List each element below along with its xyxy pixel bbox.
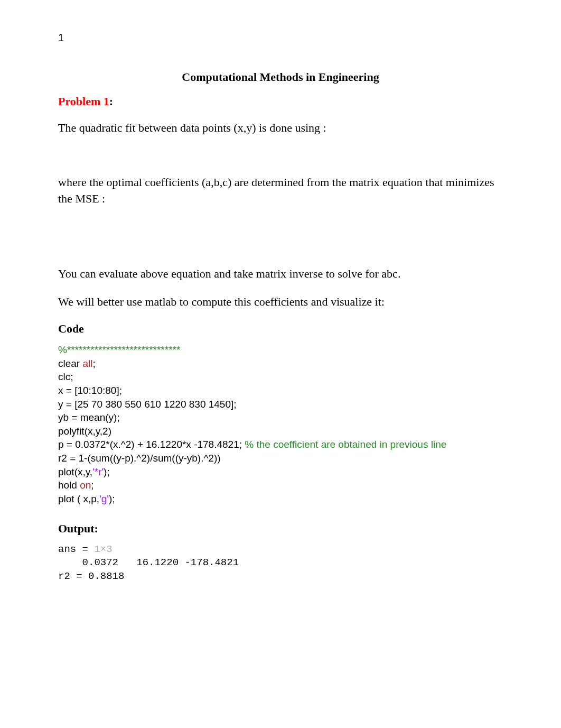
page-title: Computational Methods in Engineering <box>58 70 503 84</box>
page-number: 1 <box>58 32 503 44</box>
equation-placeholder-2 <box>58 218 503 266</box>
problem-label-red: Problem 1 <box>58 95 109 108</box>
code-comment: % the coefficient are obtained in previo… <box>245 439 446 450</box>
code-heading: Code <box>58 322 503 336</box>
code-block: %***************************** clear all… <box>58 343 503 506</box>
output-heading: Output: <box>58 522 503 536</box>
code-line: yb = mean(y); <box>58 412 120 423</box>
problem-label-colon: : <box>109 95 113 108</box>
paragraph-4: We will better use matlab to compute thi… <box>58 294 503 310</box>
output-line: r2 = 0.8818 <box>58 570 124 582</box>
code-line: x = [10:10:80]; <box>58 385 122 396</box>
code-line: clear <box>58 358 82 369</box>
code-semicolon: ); <box>104 466 110 477</box>
paragraph-1: The quadratic fit between data points (x… <box>58 120 503 136</box>
output-line: 0.0372 16.1220 -178.4821 <box>58 557 239 568</box>
output-block: ans = 1×3 0.0372 16.1220 -178.4821 r2 = … <box>58 543 503 584</box>
code-line: clc; <box>58 371 73 382</box>
equation-placeholder-1 <box>58 148 503 174</box>
code-line: y = [25 70 380 550 610 1220 830 1450]; <box>58 399 237 410</box>
code-line: plot ( x,p, <box>58 493 99 504</box>
code-semicolon: ; <box>91 480 94 491</box>
code-keyword-all: all <box>82 358 92 369</box>
code-semicolon: ; <box>92 358 95 369</box>
code-line: plot(x,y, <box>58 466 92 477</box>
code-line-comment: %***************************** <box>58 344 180 355</box>
output-dimension: 1×3 <box>94 543 112 555</box>
paragraph-2: where the optimal coefficients (a,b,c) a… <box>58 174 503 207</box>
code-line: p = 0.0372*(x.^2) + 16.1220*x -178.4821; <box>58 439 245 450</box>
code-keyword-on: on <box>80 480 91 491</box>
code-semicolon: ); <box>109 493 115 504</box>
code-string: 'g' <box>99 493 109 504</box>
code-line: r2 = 1-(sum((y-p).^2)/sum((y-yb).^2)) <box>58 453 221 464</box>
output-line: ans = <box>58 543 94 555</box>
problem-heading: Problem 1: <box>58 95 503 108</box>
paragraph-3: You can evaluate above equation and take… <box>58 266 503 282</box>
document-page: 1 Computational Methods in Engineering P… <box>0 0 561 626</box>
code-string: '*r' <box>92 466 104 477</box>
code-line: polyfit(x,y,2) <box>58 426 111 437</box>
code-line: hold <box>58 480 80 491</box>
